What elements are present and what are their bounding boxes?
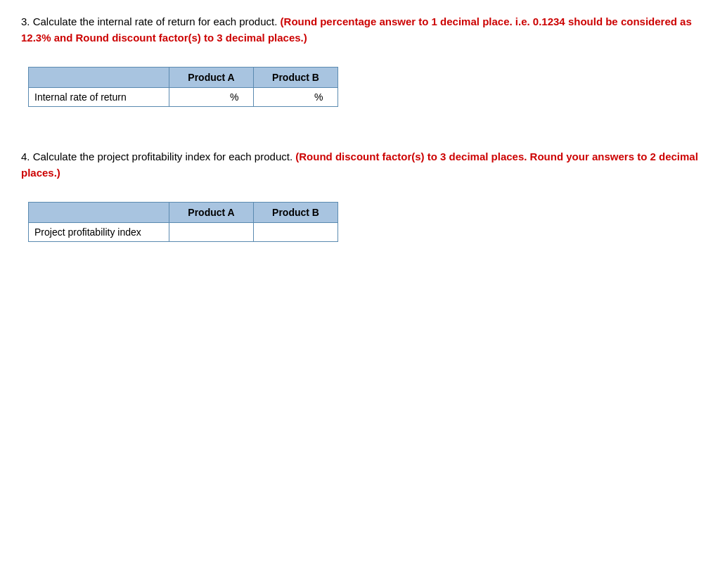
question-4-number: 4. [21, 151, 30, 162]
q4-header-product-a: Product A [169, 203, 254, 223]
q3-input-group-b: % [257, 90, 335, 104]
q3-header-product-a: Product A [169, 68, 254, 88]
question-4-plain-text: Calculate the project profitability inde… [33, 151, 292, 162]
q3-input-product-b[interactable] [257, 90, 313, 104]
q3-header-empty [29, 68, 169, 88]
question-4-table: Product A Product B Project profitabilit… [28, 202, 338, 242]
table-row: Internal rate of return % % [29, 88, 338, 107]
q3-input-group-a: % [172, 90, 250, 104]
question-4-table-container: Product A Product B Project profitabilit… [28, 202, 699, 242]
question-3-number: 3. [21, 15, 30, 27]
q3-percent-a: % [230, 91, 238, 103]
q3-cell-product-a: % [169, 88, 254, 107]
question-3-table: Product A Product B Internal rate of ret… [28, 67, 338, 107]
q3-label-irr: Internal rate of return [29, 88, 169, 107]
question-3-plain-text: Calculate the internal rate of return fo… [33, 15, 278, 27]
q4-cell-product-b [254, 223, 338, 242]
q4-header-product-b: Product B [254, 203, 338, 223]
q4-header-empty [29, 203, 169, 223]
q3-cell-product-b: % [254, 88, 338, 107]
question-3-block: 3. Calculate the internal rate of return… [21, 14, 699, 107]
question-4-block: 4. Calculate the project profitability i… [21, 149, 699, 242]
question-3-table-container: Product A Product B Internal rate of ret… [28, 67, 699, 107]
table-row: Project profitability index [29, 223, 338, 242]
q4-input-product-a[interactable] [172, 225, 243, 239]
q4-cell-product-a [169, 223, 254, 242]
q3-header-product-b: Product B [254, 68, 338, 88]
question-3-text: 3. Calculate the internal rate of return… [21, 14, 699, 46]
q3-input-product-a[interactable] [172, 90, 229, 104]
q4-label-ppi: Project profitability index [29, 223, 169, 242]
q4-input-product-b[interactable] [257, 225, 327, 239]
q3-percent-b: % [314, 91, 323, 103]
question-4-text: 4. Calculate the project profitability i… [21, 149, 699, 181]
